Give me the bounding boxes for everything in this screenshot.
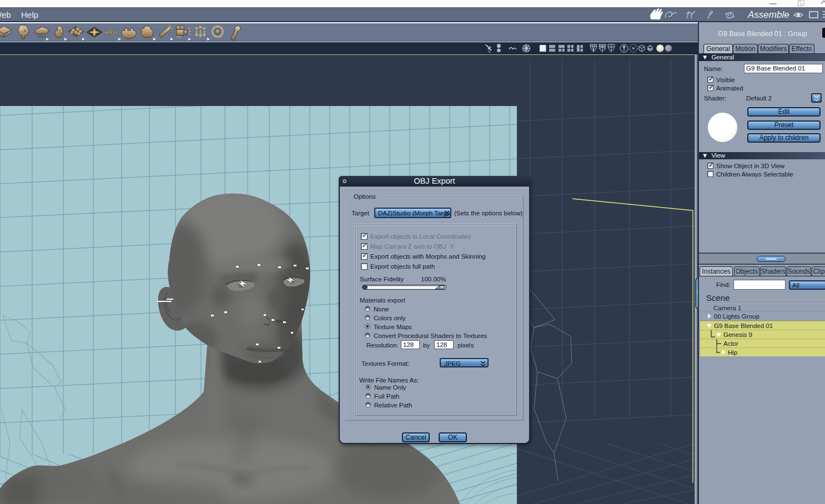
svg-text:AGr: AGr bbox=[104, 28, 118, 36]
